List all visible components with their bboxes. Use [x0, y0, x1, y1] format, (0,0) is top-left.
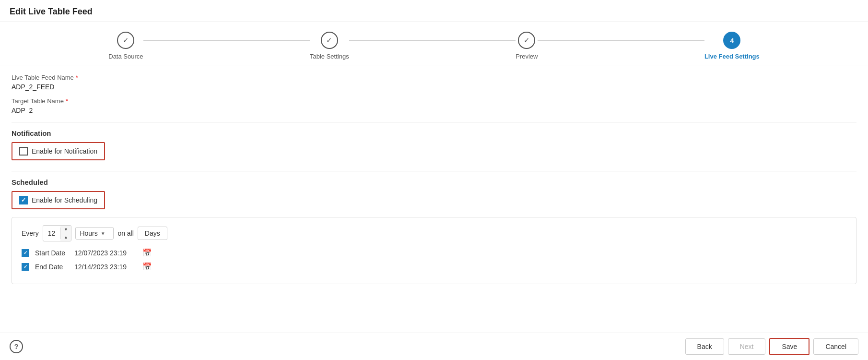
enable-scheduling-checkbox[interactable]: ✓	[19, 196, 28, 204]
checkmark-icon: ✓	[21, 197, 26, 204]
save-button[interactable]: Save	[769, 338, 809, 355]
step-3: ✓ Preview	[516, 32, 538, 60]
step-2: ✓ Table Settings	[310, 32, 349, 60]
page-title: Edit Live Table Feed	[10, 7, 93, 16]
next-button[interactable]: Next	[728, 338, 766, 355]
step-4-label: Live Feed Settings	[704, 53, 760, 60]
number-spinners: ▼ ▲	[60, 226, 71, 241]
end-date-checkmark: ✓	[23, 264, 27, 269]
main-content: Live Table Feed Name * ADP_2_FEED Target…	[0, 65, 868, 333]
every-label: Every	[22, 229, 39, 237]
help-button[interactable]: ?	[10, 340, 23, 353]
start-date-calendar-icon[interactable]: 📅	[142, 248, 152, 257]
start-date-checkmark: ✓	[23, 250, 27, 255]
days-button[interactable]: Days	[138, 227, 167, 240]
target-table-name-value: ADP_2	[12, 107, 856, 114]
on-all-label: on all	[117, 229, 133, 237]
step-4-circle: 4	[723, 32, 740, 49]
end-date-value: 12/14/2023 23:19	[74, 263, 137, 271]
page-container: Edit Live Table Feed ✓ Data Source ✓ Tab…	[0, 0, 868, 360]
end-date-label: End Date	[35, 263, 69, 271]
start-date-value: 12/07/2023 23:19	[74, 249, 137, 257]
live-table-feed-name-label: Live Table Feed Name *	[12, 74, 856, 81]
end-date-row: ✓ End Date 12/14/2023 23:19 📅	[22, 262, 846, 271]
step-3-circle: ✓	[518, 32, 535, 49]
enable-notification-label: Enable for Notification	[32, 147, 97, 155]
spinner-down[interactable]: ▼	[60, 226, 71, 233]
step-4: 4 Live Feed Settings	[704, 32, 760, 60]
start-date-row: ✓ Start Date 12/07/2023 23:19 📅	[22, 248, 846, 257]
target-table-name-group: Target Table Name * ADP_2	[12, 97, 856, 114]
hours-select-arrow: ▼	[101, 231, 106, 236]
hours-select-value: Hours	[80, 229, 97, 237]
start-date-checkbox[interactable]: ✓	[22, 249, 29, 257]
step-line-3	[538, 40, 704, 41]
step-1-label: Data Source	[108, 53, 143, 60]
enable-notification-checkbox[interactable]	[19, 147, 28, 156]
step-2-circle: ✓	[321, 32, 338, 49]
step-1: ✓ Data Source	[108, 32, 143, 60]
stepper-steps: ✓ Data Source ✓ Table Settings ✓ Preview…	[108, 32, 760, 60]
every-value-input[interactable]: 12 ▼ ▲	[43, 225, 72, 241]
live-table-feed-name-value: ADP_2_FEED	[12, 83, 856, 91]
target-table-name-label: Target Table Name *	[12, 97, 856, 105]
step-1-circle: ✓	[117, 32, 134, 49]
schedule-config: Every 12 ▼ ▲ Hours ▼ on all Days	[12, 217, 856, 284]
step-3-label: Preview	[516, 53, 538, 60]
step-2-label: Table Settings	[310, 53, 349, 60]
required-star-2: *	[66, 97, 68, 105]
hours-select[interactable]: Hours ▼	[75, 227, 114, 240]
scheduled-section-header: Scheduled	[12, 171, 856, 186]
stepper: ✓ Data Source ✓ Table Settings ✓ Preview…	[0, 22, 868, 65]
page-header: Edit Live Table Feed	[0, 0, 868, 22]
cancel-button[interactable]: Cancel	[813, 338, 858, 355]
enable-scheduling-checkbox-row[interactable]: ✓ Enable for Scheduling	[12, 191, 105, 209]
footer-left: ?	[10, 340, 23, 353]
end-date-calendar-icon[interactable]: 📅	[142, 262, 152, 271]
start-date-label: Start Date	[35, 249, 69, 257]
step-line-2	[349, 40, 516, 41]
every-number-value: 12	[43, 228, 61, 239]
enable-scheduling-label: Enable for Scheduling	[32, 196, 97, 204]
notification-section-header: Notification	[12, 122, 856, 137]
required-star: *	[76, 74, 78, 81]
spinner-up[interactable]: ▲	[60, 233, 71, 241]
step-line-1	[143, 40, 310, 41]
end-date-checkbox[interactable]: ✓	[22, 263, 29, 271]
enable-notification-checkbox-row[interactable]: Enable for Notification	[12, 142, 105, 160]
live-table-feed-name-group: Live Table Feed Name * ADP_2_FEED	[12, 74, 856, 91]
footer-right: Back Next Save Cancel	[685, 338, 858, 355]
page-footer: ? Back Next Save Cancel	[0, 333, 868, 360]
schedule-frequency-row: Every 12 ▼ ▲ Hours ▼ on all Days	[22, 225, 846, 241]
back-button[interactable]: Back	[685, 338, 724, 355]
